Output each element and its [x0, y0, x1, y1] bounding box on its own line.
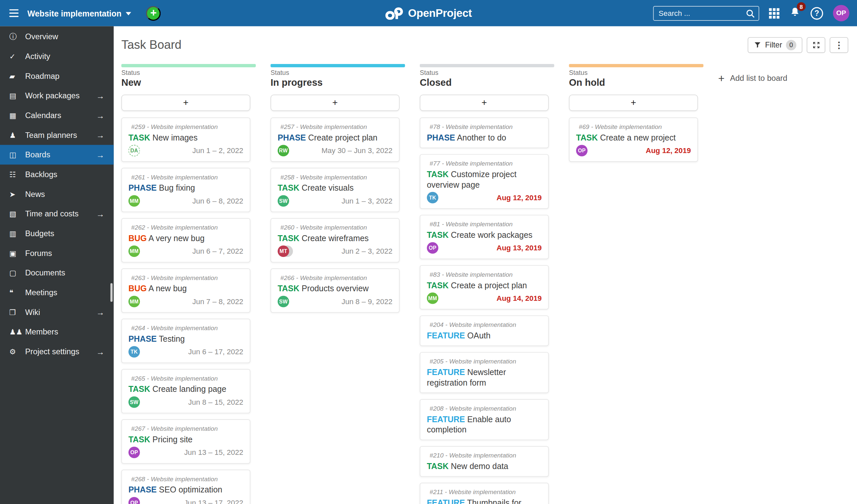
hamburger-menu-icon[interactable] — [0, 0, 27, 27]
assignee-avatar[interactable]: RW — [278, 145, 289, 156]
work-package-card[interactable]: #208 - Website implementation FEATURE En… — [420, 399, 549, 440]
card-project: - Website implementation — [145, 124, 218, 130]
sidebar-item-team-planners[interactable]: ♟ Team planners → — [0, 125, 114, 145]
assignee-avatar[interactable]: OP — [129, 447, 140, 458]
assignee-avatar[interactable]: MM — [427, 292, 439, 304]
notification-count-badge: 8 — [797, 2, 806, 11]
assignee-avatar[interactable]: OP — [427, 242, 439, 254]
sidebar-item-label: Budgets — [25, 229, 104, 238]
work-package-card[interactable]: #258 - Website implementation TASK Creat… — [270, 168, 399, 212]
card-due-date: Jun 8 – 9, 2022 — [342, 298, 392, 306]
sidebar-scrollbar[interactable] — [111, 283, 113, 302]
work-package-card[interactable]: #265 - Website implementation TASK Creat… — [121, 369, 250, 413]
arrow-right-icon[interactable]: → — [96, 150, 104, 159]
assignee-avatar[interactable]: OP — [129, 497, 140, 504]
work-package-card[interactable]: #69 - Website implementation TASK Create… — [569, 117, 698, 162]
assignee-avatar[interactable]: MM — [129, 246, 140, 257]
card-due-date: Jun 7 – 8, 2022 — [192, 298, 243, 306]
quick-add-button[interactable]: + — [146, 5, 161, 20]
sidebar-item-budgets[interactable]: ▥ Budgets — [0, 224, 114, 243]
arrow-right-icon[interactable]: → — [96, 347, 104, 356]
notifications-bell[interactable]: 8 — [789, 6, 801, 20]
sidebar-item-overview[interactable]: ⓘ Overview — [0, 27, 114, 47]
filter-button[interactable]: Filter 0 — [747, 37, 802, 53]
assignee-avatar[interactable]: OP — [576, 145, 588, 156]
arrow-right-icon[interactable]: → — [96, 91, 104, 100]
card-type: TASK — [427, 461, 449, 471]
card-id: #258 — [280, 174, 294, 181]
work-package-card[interactable]: #261 - Website implementation PHASE Bug … — [121, 168, 250, 212]
card-project: - Website implementation — [589, 124, 662, 130]
work-package-card[interactable]: #81 - Website implementation TASK Create… — [420, 215, 549, 259]
sidebar-item-backlogs[interactable]: ☷ Backlogs — [0, 165, 114, 184]
sidebar-item-activity[interactable]: ✓ Activity — [0, 47, 114, 66]
card-due-date: Jun 1 – 2, 2022 — [192, 147, 243, 155]
work-package-card[interactable]: #205 - Website implementation FEATURE Ne… — [420, 352, 549, 393]
column-title: On hold — [569, 78, 703, 88]
search-icon[interactable] — [745, 9, 755, 18]
user-avatar[interactable]: OP — [833, 5, 850, 21]
forums-icon: ▣ — [9, 249, 25, 257]
work-package-card[interactable]: #266 - Website implementation TASK Produ… — [270, 268, 399, 313]
add-card-button[interactable]: + — [569, 95, 698, 111]
activity-icon: ✓ — [9, 52, 25, 61]
work-package-card[interactable]: #262 - Website implementation BUG A very… — [121, 218, 250, 262]
assignee-avatar[interactable]: MM — [129, 296, 140, 307]
add-card-button[interactable]: + — [121, 95, 250, 111]
project-selector[interactable]: Website implementation — [27, 9, 131, 18]
sidebar-item-calendars[interactable]: ▦ Calendars → — [0, 105, 114, 125]
sidebar-item-boards[interactable]: ◫ Boards → — [0, 145, 114, 165]
arrow-right-icon[interactable]: → — [96, 307, 104, 317]
work-package-card[interactable]: #211 - Website implementation FEATURE Th… — [420, 483, 549, 504]
sidebar-item-members[interactable]: ♟♟ Members — [0, 322, 114, 342]
arrow-right-icon[interactable]: → — [96, 130, 104, 139]
work-package-card[interactable]: #257 - Website implementation PHASE Crea… — [270, 117, 399, 162]
fullscreen-button[interactable] — [807, 37, 825, 53]
work-package-card[interactable]: #210 - Website implementation TASK New d… — [420, 446, 549, 477]
work-package-card[interactable]: #260 - Website implementation TASK Creat… — [270, 218, 399, 262]
assignee-avatar[interactable]: TK — [427, 192, 439, 203]
work-package-card[interactable]: #267 - Website implementation TASK Prici… — [121, 419, 250, 464]
assignee-avatar[interactable]: MM — [129, 195, 140, 207]
arrow-right-icon[interactable]: → — [96, 111, 104, 120]
openproject-logo[interactable]: OpenProject — [385, 7, 472, 19]
work-package-card[interactable]: #83 - Website implementation TASK Create… — [420, 265, 549, 309]
modules-grid-icon[interactable] — [769, 8, 779, 18]
sidebar-item-roadmap[interactable]: ▰ Roadmap — [0, 66, 114, 86]
sidebar-item-meetings[interactable]: ❝ Meetings — [0, 283, 114, 302]
add-card-button[interactable]: + — [420, 95, 549, 111]
card-due-date: Aug 12, 2019 — [497, 194, 542, 202]
add-list-to-board-button[interactable]: + Add list to board — [718, 72, 787, 83]
sidebar-item-label: Time and costs — [25, 209, 96, 218]
assignee-avatar[interactable]: SW — [129, 397, 140, 408]
sidebar-item-news[interactable]: ➤ News — [0, 184, 114, 204]
assignee-avatar[interactable]: MT — [278, 246, 289, 257]
assignee-avatar[interactable]: SW — [278, 195, 289, 207]
assignee-avatar[interactable]: SW — [278, 296, 289, 307]
board-settings-kebab-button[interactable]: ⋮ — [830, 37, 848, 53]
help-icon[interactable]: ? — [810, 7, 823, 19]
work-package-card[interactable]: #78 - Website implementation PHASE Anoth… — [420, 117, 549, 148]
assignee-avatar[interactable]: TK — [129, 346, 140, 357]
assignee-avatar[interactable]: DA — [129, 145, 140, 156]
team-planners-icon: ♟ — [9, 131, 25, 139]
sidebar-item-documents[interactable]: ▢ Documents — [0, 263, 114, 283]
work-package-card[interactable]: #204 - Website implementation FEATURE OA… — [420, 315, 549, 346]
card-id: #81 — [430, 221, 440, 228]
work-package-card[interactable]: #259 - Website implementation TASK New i… — [121, 117, 250, 162]
sidebar-item-wiki[interactable]: ❐ Wiki → — [0, 302, 114, 322]
work-package-card[interactable]: #268 - Website implementation PHASE SEO … — [121, 470, 250, 504]
sidebar-item-work-packages[interactable]: ▤ Work packages → — [0, 86, 114, 105]
sidebar-item-forums[interactable]: ▣ Forums — [0, 243, 114, 263]
arrow-right-icon[interactable]: → — [96, 209, 104, 218]
sidebar-item-project-settings[interactable]: ⚙ Project settings → — [0, 342, 114, 362]
sidebar-item-time-and-costs[interactable]: ▧ Time and costs → — [0, 204, 114, 224]
sidebar-item-label: Meetings — [25, 288, 104, 297]
add-card-button[interactable]: + — [270, 95, 399, 111]
card-title: A very new bug — [148, 234, 204, 243]
work-package-card[interactable]: #264 - Website implementation PHASE Test… — [121, 319, 250, 363]
card-type: PHASE — [129, 334, 157, 343]
search-input[interactable] — [654, 6, 758, 20]
work-package-card[interactable]: #263 - Website implementation BUG A new … — [121, 268, 250, 313]
work-package-card[interactable]: #77 - Website implementation TASK Custom… — [420, 154, 549, 209]
